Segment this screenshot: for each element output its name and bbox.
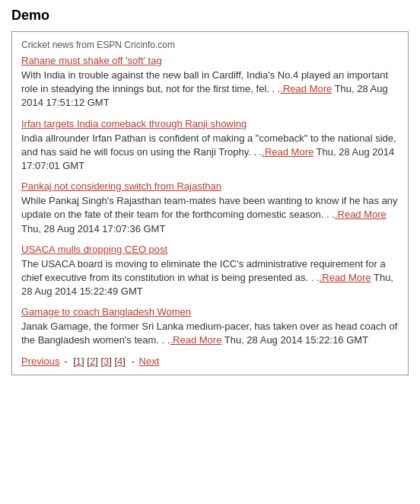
pagination-separator-2: -: [132, 356, 138, 367]
news-timestamp-2: Thu, 28 Aug 2014 17:07:01 GMT: [21, 146, 394, 171]
news-title-link-5[interactable]: Gamage to coach Bangladesh Women: [21, 306, 191, 317]
news-item-title-2: Irfan targets India comeback through Ran…: [21, 118, 399, 129]
pagination-page-4[interactable]: 4: [117, 356, 123, 367]
news-item: Rahane must shake off 'soft' tagWith Ind…: [21, 55, 399, 110]
news-item-body-5: Janak Gamage, the former Sri Lanka mediu…: [21, 320, 399, 347]
news-item-title-4: USACA mulls dropping CEO post: [21, 244, 399, 255]
pagination-page-2[interactable]: 2: [90, 356, 95, 367]
pagination-separator-1: -: [64, 356, 70, 367]
news-title-link-3[interactable]: Pankaj not considering switch from Rajas…: [21, 180, 221, 192]
news-item-body-4: The USACA board is moving to eliminate t…: [21, 257, 399, 299]
page-title: Demo: [11, 8, 409, 24]
pagination-page-1[interactable]: 1: [76, 356, 81, 367]
news-item: USACA mulls dropping CEO postThe USACA b…: [21, 244, 399, 299]
source-label: Cricket news from ESPN Cricinfo.com: [21, 40, 399, 50]
read-more-link-1[interactable]: .Read More: [280, 83, 332, 94]
news-title-link-2[interactable]: Irfan targets India comeback through Ran…: [21, 118, 247, 129]
news-timestamp-1: Thu, 28 Aug 2014 17:51:12 GMT: [21, 83, 388, 108]
news-timestamp-3: Thu, 28 Aug 2014 17:07:36 GMT: [21, 223, 165, 234]
read-more-link-3[interactable]: .Read More: [335, 209, 387, 220]
pagination-next[interactable]: Next: [139, 356, 160, 367]
read-more-link-2[interactable]: .Read More: [262, 146, 313, 158]
news-title-link-1[interactable]: Rahane must shake off 'soft' tag: [21, 55, 162, 66]
news-item-body-2: India allrounder Irfan Pathan is confide…: [21, 132, 399, 174]
pagination-previous[interactable]: Previous: [21, 356, 60, 367]
news-item-title-1: Rahane must shake off 'soft' tag: [21, 55, 399, 66]
news-item: Irfan targets India comeback through Ran…: [21, 118, 399, 174]
news-title-link-4[interactable]: USACA mulls dropping CEO post: [21, 244, 167, 255]
news-item: Pankaj not considering switch from Rajas…: [21, 180, 399, 236]
news-item-title-5: Gamage to coach Bangladesh Women: [21, 306, 399, 317]
read-more-link-5[interactable]: .Read More: [170, 334, 221, 346]
news-timestamp-5: Thu, 28 Aug 2014 15:22:16 GMT: [221, 334, 368, 346]
news-item-title-3: Pankaj not considering switch from Rajas…: [21, 180, 399, 192]
pagination-page-3[interactable]: 3: [103, 356, 109, 367]
news-item-body-3: While Pankaj Singh's Rajasthan team-mate…: [21, 194, 399, 236]
news-item-body-1: With India in trouble against the new ba…: [21, 69, 399, 110]
pagination-pages: [1] [2] [3] [4]: [73, 356, 126, 367]
news-container: Cricket news from ESPN Cricinfo.com Raha…: [11, 31, 409, 375]
pagination: Previous - [1] [2] [3] [4] - Next: [21, 356, 399, 367]
news-item: Gamage to coach Bangladesh WomenJanak Ga…: [21, 306, 399, 347]
news-list: Rahane must shake off 'soft' tagWith Ind…: [21, 55, 399, 348]
read-more-link-4[interactable]: .Read More: [320, 272, 371, 283]
